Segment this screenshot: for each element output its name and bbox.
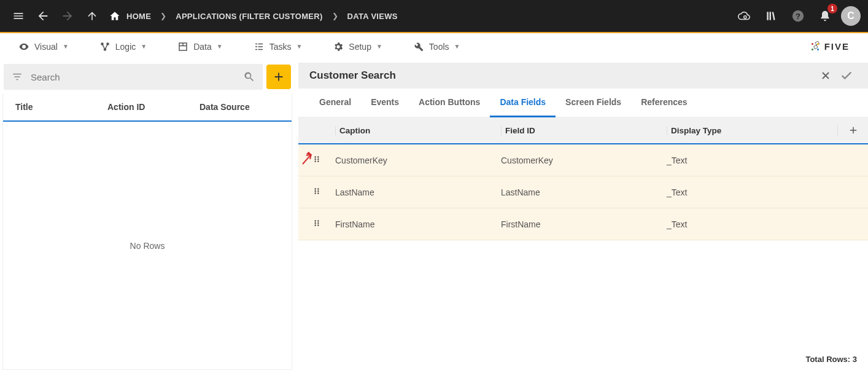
add-button[interactable] xyxy=(266,65,291,89)
breadcrumb-applications[interactable]: APPLICATIONS (FILTER CUSTOMER) xyxy=(172,12,326,21)
menu-tools[interactable]: Tools▼ xyxy=(407,37,467,56)
drag-handle-icon[interactable] xyxy=(312,187,321,197)
topbar: HOME ❯ APPLICATIONS (FILTER CUSTOMER) ❯ … xyxy=(0,0,868,32)
notification-badge: 1 xyxy=(827,4,837,14)
breadcrumb-home-label: HOME xyxy=(126,12,151,21)
menu-logic-label: Logic xyxy=(115,42,136,52)
col-caption[interactable]: Caption xyxy=(335,126,501,135)
svg-point-8 xyxy=(812,49,813,50)
svg-point-21 xyxy=(317,192,319,194)
cell-caption: LastName xyxy=(335,187,501,197)
left-grid: Title Action ID Data Source No Rows xyxy=(2,93,292,370)
tab-action-buttons[interactable]: Action Buttons xyxy=(409,89,490,117)
menu-visual-label: Visual xyxy=(34,42,58,52)
main: Title Action ID Data Source No Rows Cust… xyxy=(0,60,868,370)
cell-caption: CustomerKey xyxy=(335,155,501,165)
left-empty-text: No Rows xyxy=(3,122,292,369)
svg-point-16 xyxy=(315,188,316,189)
avatar-initial: C xyxy=(847,10,854,22)
library-icon[interactable] xyxy=(760,5,782,27)
menu-icon[interactable] xyxy=(7,5,29,27)
add-field-button[interactable] xyxy=(837,125,868,136)
svg-point-18 xyxy=(315,191,316,192)
svg-point-9 xyxy=(817,49,819,50)
drag-handle-icon[interactable] xyxy=(312,219,321,229)
menu-logic[interactable]: Logic▼ xyxy=(93,37,153,56)
svg-point-26 xyxy=(315,224,316,226)
svg-point-27 xyxy=(317,224,319,226)
tab-screen-fields[interactable]: Screen Fields xyxy=(556,89,631,117)
menu-data-label: Data xyxy=(193,42,212,52)
left-col-title[interactable]: Title xyxy=(15,102,107,112)
svg-point-23 xyxy=(317,220,319,221)
svg-point-17 xyxy=(317,188,319,189)
menu-visual[interactable]: Visual▼ xyxy=(12,37,75,56)
chevron-right-icon: ❯ xyxy=(329,12,341,20)
col-displaytype[interactable]: Display Type xyxy=(667,126,837,135)
filter-icon[interactable] xyxy=(9,68,26,85)
notifications-icon[interactable]: 1 xyxy=(814,5,836,27)
fields-header: Caption Field ID Display Type xyxy=(298,117,868,143)
logo-text: FIVE xyxy=(824,41,850,52)
left-col-actionid[interactable]: Action ID xyxy=(107,102,200,112)
cell-fieldid: FirstName xyxy=(501,219,667,229)
tab-data-fields[interactable]: Data Fields xyxy=(490,89,556,117)
chevron-right-icon: ❯ xyxy=(157,12,169,20)
menu-setup-label: Setup xyxy=(349,42,371,52)
cell-caption: FirstName xyxy=(335,219,501,229)
cell-displaytype: _Text xyxy=(667,219,868,229)
menu-tasks-label: Tasks xyxy=(269,42,292,52)
total-rows: Total Rows: 3 xyxy=(298,348,868,370)
cell-fieldid: LastName xyxy=(501,187,667,197)
svg-point-6 xyxy=(812,43,813,45)
svg-point-24 xyxy=(315,222,316,224)
breadcrumb-applications-label: APPLICATIONS (FILTER CUSTOMER) xyxy=(176,12,322,21)
breadcrumb-dataviews[interactable]: DATA VIEWS xyxy=(344,12,401,21)
svg-point-20 xyxy=(315,192,316,194)
breadcrumb-dataviews-label: DATA VIEWS xyxy=(347,12,398,21)
back-icon[interactable] xyxy=(32,5,54,27)
right-pane: Customer Search General Events Action Bu… xyxy=(298,63,868,370)
cell-fieldid: CustomerKey xyxy=(501,155,667,165)
search-input[interactable] xyxy=(26,72,241,82)
tab-events[interactable]: Events xyxy=(361,89,409,117)
avatar[interactable]: C xyxy=(841,6,861,26)
svg-text:?: ? xyxy=(796,12,800,21)
menu-data[interactable]: Data▼ xyxy=(171,37,228,56)
tabs: General Events Action Buttons Data Field… xyxy=(298,89,868,117)
cell-displaytype: _Text xyxy=(667,187,868,197)
svg-point-25 xyxy=(317,222,319,224)
help-icon[interactable]: ? xyxy=(787,5,809,27)
svg-point-11 xyxy=(317,156,319,157)
confirm-icon[interactable] xyxy=(836,65,857,86)
cell-displaytype: _Text xyxy=(667,155,868,165)
search-bar xyxy=(4,64,263,90)
tab-general[interactable]: General xyxy=(309,89,361,117)
search-icon[interactable] xyxy=(241,68,258,85)
left-col-datasource[interactable]: Data Source xyxy=(200,102,292,112)
svg-point-15 xyxy=(317,160,319,162)
close-icon[interactable] xyxy=(815,65,836,86)
svg-point-0 xyxy=(744,16,746,18)
svg-point-7 xyxy=(817,43,819,45)
menu-tasks[interactable]: Tasks▼ xyxy=(247,37,309,56)
annotation-arrow-icon xyxy=(301,151,316,165)
svg-point-13 xyxy=(317,159,319,160)
detail-header: Customer Search xyxy=(298,63,868,89)
table-row[interactable]: LastName LastName _Text xyxy=(298,176,868,208)
forward-icon xyxy=(56,5,79,27)
up-icon[interactable] xyxy=(81,5,103,27)
menubar: Visual▼ Logic▼ Data▼ Tasks▼ Setup▼ Tools… xyxy=(0,33,868,60)
cloud-icon[interactable] xyxy=(733,5,755,27)
menu-tools-label: Tools xyxy=(429,42,449,52)
detail-title: Customer Search xyxy=(309,69,815,82)
tab-references[interactable]: References xyxy=(631,89,697,117)
breadcrumb-home[interactable]: HOME xyxy=(106,10,155,22)
left-pane: Title Action ID Data Source No Rows xyxy=(2,63,292,370)
logo: FIVE xyxy=(810,41,850,52)
svg-point-22 xyxy=(315,220,316,221)
table-row[interactable]: CustomerKey CustomerKey _Text xyxy=(298,144,868,176)
menu-setup[interactable]: Setup▼ xyxy=(327,37,389,56)
table-row[interactable]: FirstName FirstName _Text xyxy=(298,208,868,240)
col-fieldid[interactable]: Field ID xyxy=(501,126,667,135)
